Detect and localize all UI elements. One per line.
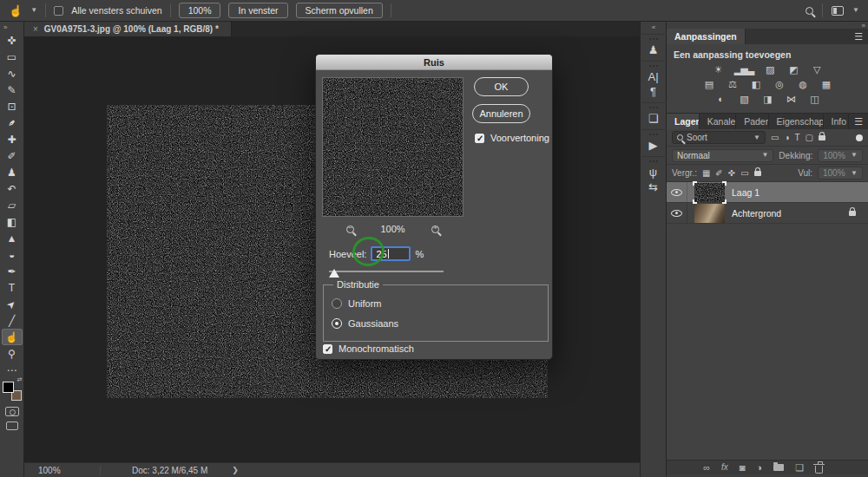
screen-mode-icon[interactable] [6, 421, 18, 430]
color-lookup-icon[interactable]: ▦ [819, 78, 833, 90]
lock-all-icon[interactable] [754, 171, 761, 176]
tab-channels[interactable]: Kanalen [700, 114, 736, 129]
threshold-icon[interactable]: ◨ [760, 93, 775, 105]
tab-adjustments[interactable]: Aanpassingen [667, 29, 746, 44]
chevron-down-icon[interactable]: ▼ [852, 7, 859, 14]
slider-track[interactable] [329, 271, 444, 272]
smart-object-filter-icon[interactable] [819, 135, 825, 140]
shape-layer-filter-icon[interactable]: ▢ [806, 133, 813, 142]
layer-name[interactable]: Achtergrond [732, 208, 781, 219]
dialog-title[interactable]: Ruis [316, 55, 552, 70]
monochromatic-checkbox[interactable] [323, 344, 332, 354]
selective-color-icon[interactable]: ⋈ [784, 93, 799, 105]
gradient-map-icon[interactable]: ◫ [807, 93, 822, 105]
fit-window-button[interactable]: In venster [228, 3, 287, 19]
path-selection-tool[interactable]: ➤ [2, 296, 23, 312]
tab-layers[interactable]: Lagen [667, 114, 700, 129]
preview-option[interactable]: Voorvertoning [475, 133, 549, 143]
invert-icon[interactable]: ◐ [713, 93, 728, 105]
pen-tool[interactable]: ✒ [2, 263, 23, 279]
blur-tool[interactable]: ▲ [2, 230, 23, 246]
levels-icon[interactable]: ▂▅▃ [734, 63, 753, 75]
marquee-tool[interactable]: ▭ [2, 49, 23, 65]
curves-icon[interactable]: ▨ [762, 63, 777, 75]
noise-preview[interactable] [322, 77, 464, 217]
color-swatches[interactable]: ⇄ [3, 382, 22, 401]
status-zoom-field[interactable]: 100% [24, 466, 101, 475]
history-brush-tool[interactable]: ↶ [2, 180, 23, 197]
layer-style-icon[interactable]: fx [721, 463, 728, 472]
paragraph-panel-icon[interactable]: ¶ [650, 85, 656, 99]
gaussian-option[interactable]: Gaussiaans [332, 318, 398, 329]
hand-tool[interactable]: ☝ [2, 329, 23, 345]
quick-selection-tool[interactable]: ✎ [2, 82, 23, 98]
search-icon[interactable] [806, 7, 813, 15]
character-panel-button[interactable]: A|¶ [640, 61, 667, 102]
hue-saturation-icon[interactable]: ▤ [701, 78, 716, 90]
type-layer-filter-icon[interactable]: T [795, 133, 800, 142]
tab-info[interactable]: Info [824, 114, 850, 129]
black-white-icon[interactable]: ◧ [748, 78, 763, 90]
brightness-contrast-icon[interactable]: ☀ [711, 63, 726, 75]
status-more-icon[interactable]: ❯ [232, 466, 239, 474]
adjustment-layer-filter-icon[interactable]: ◑ [784, 133, 789, 142]
new-layer-icon[interactable]: ❏ [795, 463, 804, 473]
fill-screen-button[interactable]: Scherm opvullen [296, 3, 383, 19]
zoom-tool[interactable]: ⚲ [2, 345, 23, 362]
brush-tool[interactable]: ✐ [2, 147, 23, 164]
quick-mask-icon[interactable] [5, 407, 19, 416]
lasso-tool[interactable]: ∿ [2, 65, 23, 82]
zoom-in-icon[interactable]: + [431, 225, 439, 233]
layer-thumbnail[interactable] [694, 204, 725, 223]
scroll-all-windows-checkbox[interactable] [54, 6, 63, 16]
panel-menu-icon[interactable]: ☰ [849, 114, 868, 129]
photo-filter-icon[interactable]: ◎ [772, 78, 786, 90]
lock-artboard-icon[interactable]: ▭ [740, 168, 748, 178]
eraser-tool[interactable]: ▱ [2, 197, 23, 213]
vibrance-icon[interactable]: ▽ [809, 63, 824, 75]
panel-menu-icon[interactable]: ☰ [849, 29, 868, 44]
gradient-tool[interactable]: ◧ [2, 213, 23, 230]
blend-mode-dropdown[interactable]: Normaal ▼ [672, 149, 773, 162]
posterize-icon[interactable]: ▧ [737, 93, 752, 105]
opacity-dropdown[interactable]: 100% ▼ [818, 149, 863, 162]
new-adjustment-layer-icon[interactable]: ◑ [756, 463, 762, 473]
delete-layer-icon[interactable] [815, 466, 823, 474]
document-tab[interactable]: × GV0A9751-3.jpg @ 100% (Laag 1, RGB/8) … [24, 22, 232, 36]
type-tool[interactable]: T [2, 279, 23, 296]
slider-thumb[interactable] [329, 269, 339, 278]
tab-properties[interactable]: Eigenschappen [769, 114, 824, 129]
layer-thumbnail[interactable] [694, 183, 725, 202]
chevron-down-icon[interactable]: ▼ [30, 7, 37, 14]
layer-row-laag1[interactable]: Laag 1 [667, 182, 868, 203]
zoom-out-icon[interactable]: − [346, 225, 354, 233]
visibility-toggle[interactable] [667, 182, 687, 202]
clone-stamp-tool[interactable]: ♟ [2, 164, 23, 180]
fill-dropdown[interactable]: 100% ▼ [818, 167, 863, 180]
tab-paths[interactable]: Paden [736, 114, 768, 129]
uniform-radio[interactable] [332, 298, 342, 309]
history-panel-button[interactable]: ♟ [640, 34, 667, 61]
preview-checkbox[interactable] [475, 134, 484, 143]
pixel-layer-filter-icon[interactable]: ▭ [771, 133, 779, 142]
lock-transparency-icon[interactable]: ▦ [702, 168, 710, 178]
layer-filter-type-dropdown[interactable]: Soort ▼ [672, 131, 766, 144]
monochromatic-option[interactable]: Monochromatisch [323, 343, 414, 354]
link-layers-icon[interactable]: ∞ [703, 463, 710, 473]
dock-collapse-icon[interactable]: « [652, 22, 654, 34]
zoom-100-button[interactable]: 100% [179, 3, 221, 19]
lock-position-icon[interactable]: ✜ [728, 168, 735, 178]
dodge-tool[interactable]: ◒ [2, 246, 23, 263]
line-tool[interactable]: ╱ [2, 312, 23, 329]
exposure-icon[interactable]: ◩ [786, 63, 800, 75]
amount-input[interactable]: 25 [371, 246, 411, 261]
filter-toggle-icon[interactable] [856, 134, 863, 141]
toolbar-expand-icon[interactable]: » [0, 22, 6, 32]
cancel-button[interactable]: Annuleren [472, 104, 530, 123]
swap-colors-icon[interactable]: ⇄ [17, 376, 23, 383]
visibility-toggle[interactable] [667, 203, 687, 223]
workspace-icon[interactable] [832, 6, 844, 16]
lock-pixels-icon[interactable]: ✐ [715, 168, 722, 178]
channel-mixer-icon[interactable]: ◍ [795, 78, 810, 90]
gaussian-radio[interactable] [332, 318, 342, 329]
